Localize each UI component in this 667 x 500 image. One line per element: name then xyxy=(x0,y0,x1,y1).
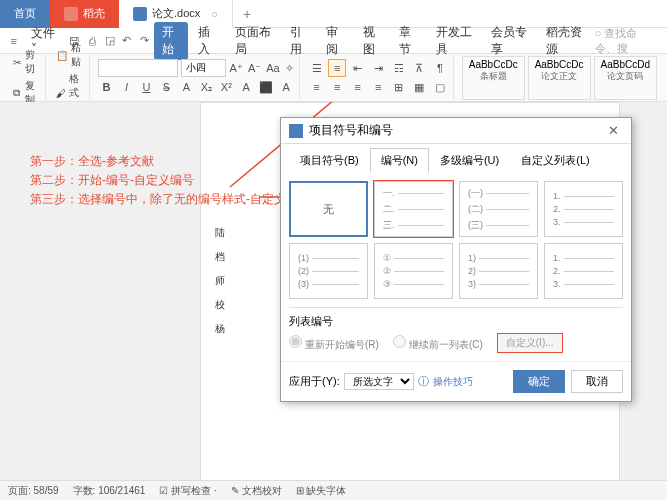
menu-ref[interactable]: 引用 xyxy=(282,22,316,60)
tab-add[interactable]: + xyxy=(233,6,261,22)
menu-res[interactable]: 稻壳资源 xyxy=(538,22,591,60)
dialog-tabs: 项目符号(B) 编号(N) 多级编号(U) 自定义列表(L) xyxy=(281,144,631,173)
style-1[interactable]: AaBbCcDc条标题 xyxy=(462,56,525,100)
statusbar: 页面: 58/59 字数: 106/21461 ☑ 拼写检查 · ✎ 文档校对 … xyxy=(0,480,667,500)
word-icon xyxy=(133,7,147,21)
sort-icon[interactable]: ⊼ xyxy=(411,59,429,77)
status-words[interactable]: 字数: 106/21461 xyxy=(73,484,146,498)
italic-icon[interactable]: I xyxy=(118,78,135,96)
search-hint[interactable]: ○ 查找命令、搜 xyxy=(595,26,661,56)
preview-circle[interactable]: ①②③ xyxy=(374,243,453,299)
tab-numbering[interactable]: 编号(N) xyxy=(370,148,429,173)
marks-icon[interactable]: ¶ xyxy=(431,59,449,77)
paste-icon: 📋 xyxy=(56,48,68,62)
preview-cn2[interactable]: (一)(二)(三) xyxy=(459,181,538,237)
font-color-icon[interactable]: A xyxy=(278,78,295,96)
copy-icon: ⧉ xyxy=(12,86,22,100)
status-missing[interactable]: ⊞ 缺失字体 xyxy=(296,484,347,498)
dialog-body: 无 一.二.三. (一)(二)(三) 1.2.3. (1)(2)(3) ①②③ … xyxy=(281,173,631,361)
grow-font-icon[interactable]: A⁺ xyxy=(229,59,244,77)
menubar: ≡ 文件 ˅ 🖫 ⎙ ◲ ↶ ↷ 开始 插入 页面布局 引用 审阅 视图 章节 … xyxy=(0,28,667,54)
font-effect-icon[interactable]: A xyxy=(238,78,255,96)
status-spell[interactable]: ☑ 拼写检查 · xyxy=(159,484,216,498)
tab-multilevel[interactable]: 多级编号(U) xyxy=(429,148,510,173)
redo-icon[interactable]: ↷ xyxy=(137,31,152,51)
paragraph-group: ☰ ≡ ⇤ ⇥ ☶ ⊼ ¶ ≡ ≡ ≡ ≡ ⊞ ▦ ▢ xyxy=(304,56,454,100)
clear-format-icon[interactable]: ✧ xyxy=(284,59,295,77)
shading-icon[interactable]: ▦ xyxy=(411,78,429,96)
apply-label: 应用于(Y): xyxy=(289,374,340,389)
apply-select[interactable]: 所选文字 xyxy=(344,373,414,390)
align-justify-icon[interactable]: ≡ xyxy=(369,78,387,96)
close-icon[interactable]: ○ xyxy=(211,8,218,20)
list-number-label: 列表编号 xyxy=(289,314,623,329)
highlight-icon[interactable]: ⬛ xyxy=(258,78,275,96)
menu-insert[interactable]: 插入 xyxy=(190,22,224,60)
clipboard-group: ✂剪切 ⧉复制 xyxy=(6,56,46,100)
tab-bullets[interactable]: 项目符号(B) xyxy=(289,148,370,173)
cut-button[interactable]: ✂剪切 xyxy=(10,47,41,77)
menu-dev[interactable]: 开发工具 xyxy=(428,22,481,60)
font-family-select[interactable] xyxy=(98,59,178,77)
menu-review[interactable]: 审阅 xyxy=(318,22,352,60)
dialog-footer: 应用于(Y): 所选文字 ⓘ 操作技巧 确定 取消 xyxy=(281,361,631,401)
style-2[interactable]: AaBbCcDc论文正文 xyxy=(528,56,591,100)
tips-link[interactable]: 操作技巧 xyxy=(433,375,473,389)
shrink-font-icon[interactable]: A⁻ xyxy=(247,59,262,77)
underline-icon[interactable]: U xyxy=(138,78,155,96)
tab-customlist[interactable]: 自定义列表(L) xyxy=(510,148,600,173)
cancel-button[interactable]: 取消 xyxy=(571,370,623,393)
document-area: 第一步：全选-参考文献 第二步：开始-编号-自定义编号 第三步：选择编号中，除了… xyxy=(0,102,667,480)
dialog-close-icon[interactable]: ✕ xyxy=(603,123,623,138)
sub-icon[interactable]: X₂ xyxy=(198,78,215,96)
info-icon[interactable]: ⓘ xyxy=(418,374,429,389)
menu-start[interactable]: 开始 xyxy=(154,22,188,60)
ribbon: ✂剪切 ⧉复制 📋粘贴 🖌格式刷 A⁺ A⁻ Aa ✧ B I U S̶ A X… xyxy=(0,54,667,102)
preview-icon[interactable]: ◲ xyxy=(102,31,117,51)
menu-layout[interactable]: 页面布局 xyxy=(227,22,280,60)
doc-content: 陆档师校杨 xyxy=(215,221,225,341)
preview-none[interactable]: 无 xyxy=(289,181,368,237)
numbering-icon[interactable]: ≡ xyxy=(328,59,346,77)
change-case-icon[interactable]: Aa xyxy=(265,59,280,77)
preview-paren2[interactable]: 1)2)3) xyxy=(459,243,538,299)
linespace-icon[interactable]: ☶ xyxy=(390,59,408,77)
radio-restart[interactable]: 重新开始编号(R) xyxy=(289,335,379,352)
font-a-icon[interactable]: A xyxy=(178,78,195,96)
font-size-select[interactable] xyxy=(181,59,226,77)
align-right-icon[interactable]: ≡ xyxy=(349,78,367,96)
bold-icon[interactable]: B xyxy=(98,78,115,96)
preview-num2[interactable]: 1.2.3. xyxy=(544,243,623,299)
styles-group: AaBbCcDc条标题 AaBbCcDc论文正文 AaBbCcDd论文页码 xyxy=(458,56,661,100)
print-icon[interactable]: ⎙ xyxy=(84,31,99,51)
align-left-icon[interactable]: ≡ xyxy=(308,78,326,96)
align-center-icon[interactable]: ≡ xyxy=(328,78,346,96)
ok-button[interactable]: 确定 xyxy=(513,370,565,393)
dialog-icon xyxy=(289,124,303,138)
undo-icon[interactable]: ↶ xyxy=(119,31,134,51)
font-group: A⁺ A⁻ Aa ✧ B I U S̶ A X₂ X² A ⬛ A xyxy=(94,56,300,100)
indent-dec-icon[interactable]: ⇤ xyxy=(349,59,367,77)
preview-num1[interactable]: 1.2.3. xyxy=(544,181,623,237)
status-page[interactable]: 页面: 58/59 xyxy=(8,484,59,498)
menu-vip[interactable]: 会员专享 xyxy=(483,22,536,60)
indent-inc-icon[interactable]: ⇥ xyxy=(369,59,387,77)
radio-continue[interactable]: 继续前一列表(C) xyxy=(393,335,483,352)
annotation-text: 第一步：全选-参考文献 第二步：开始-编号-自定义编号 第三步：选择编号中，除了… xyxy=(30,152,286,210)
bullets-icon[interactable]: ☰ xyxy=(308,59,326,77)
preview-paren1[interactable]: (1)(2)(3) xyxy=(289,243,368,299)
style-3[interactable]: AaBbCcDd论文页码 xyxy=(594,56,657,100)
distrib-icon[interactable]: ⊞ xyxy=(390,78,408,96)
strike-icon[interactable]: S̶ xyxy=(158,78,175,96)
sup-icon[interactable]: X² xyxy=(218,78,235,96)
preview-cn1[interactable]: 一.二.三. xyxy=(374,181,453,237)
border-icon[interactable]: ▢ xyxy=(431,78,449,96)
custom-button[interactable]: 自定义(I)... xyxy=(497,333,563,353)
dialog-titlebar: 项目符号和编号 ✕ xyxy=(281,118,631,144)
status-proof[interactable]: ✎ 文档校对 xyxy=(231,484,282,498)
list-number-section: 列表编号 重新开始编号(R) 继续前一列表(C) 自定义(I)... xyxy=(289,307,623,353)
paste-button[interactable]: 📋粘贴 xyxy=(54,40,85,70)
menu-section[interactable]: 章节 xyxy=(391,22,425,60)
menu-view[interactable]: 视图 xyxy=(355,22,389,60)
paste-group: 📋粘贴 🖌格式刷 xyxy=(50,56,90,100)
